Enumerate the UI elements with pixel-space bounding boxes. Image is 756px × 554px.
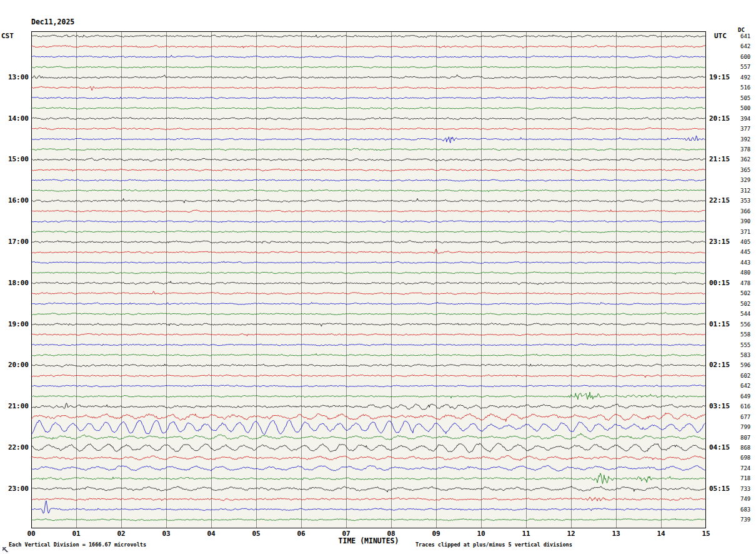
dc-value: 377 [740,126,750,132]
left-timezone-header: CST [1,32,14,40]
cst-hour-label: 20:00 [0,361,29,369]
dc-value: 492 [740,74,750,81]
dc-value: 478 [740,280,750,286]
dc-value: 868 [740,445,750,451]
dc-value: 596 [740,362,750,368]
dc-value: 799 [740,424,750,430]
dc-value: 556 [740,321,750,328]
dc-value: 392 [740,136,750,143]
utc-hour-label: 01:15 [709,320,730,328]
dc-value: 329 [740,177,750,183]
dc-value: 516 [740,84,750,91]
dc-value: 505 [740,95,750,101]
cst-hour-label: 19:00 [0,320,29,328]
dc-value: 500 [740,105,750,111]
cst-hour-label: 13:00 [0,73,29,81]
utc-hour-label: 22:15 [709,196,730,204]
footer-scale-note: Each Vertical Division = 1666.67 microvo… [9,541,146,548]
dc-value: 749 [740,496,750,502]
dc-value: 366 [740,208,750,214]
utc-hour-label: 03:15 [709,402,730,410]
utc-hour-label: 05:15 [709,485,730,493]
dc-value: 378 [740,146,750,153]
dc-value: 557 [740,64,750,70]
dc-value: 683 [740,506,750,513]
dc-value: 362 [740,156,750,163]
cst-hour-label: 15:00 [0,155,29,163]
dc-value: 502 [740,290,750,296]
cst-hour-label: 18:00 [0,279,29,287]
cst-hour-label: 22:00 [0,443,29,451]
cst-hour-label: 14:00 [0,114,29,123]
cst-hour-label: 23:00 [0,485,29,493]
utc-hour-label: 02:15 [709,361,730,369]
dc-value: 353 [740,198,750,204]
dc-value: 602 [740,373,750,379]
dc-value: 443 [740,259,750,266]
corner-mark [2,547,8,552]
dc-value: 480 [740,269,750,276]
cst-hour-label: 17:00 [0,238,29,246]
dc-value: 312 [740,188,750,194]
dc-value: 558 [740,331,750,338]
dc-value: 502 [740,301,750,307]
dc-value: 641 [740,33,750,39]
dc-column-header: DC [738,27,745,33]
dc-value: 724 [740,465,750,471]
dc-value: 544 [740,311,750,317]
footer-clip-note: Traces clipped at plus/minus 5 vertical … [415,541,572,548]
dc-value: 698 [740,455,750,461]
dc-value: 807 [740,435,750,441]
dc-value: 739 [740,516,750,523]
dc-value: 600 [740,54,750,60]
dc-value: 405 [740,239,750,245]
cst-hour-label: 21:00 [0,402,29,410]
title-date: Dec11,2025 [31,18,131,26]
dc-value: 677 [740,414,750,420]
utc-hour-label: 19:15 [709,73,730,81]
utc-hour-label: 23:15 [709,238,730,246]
dc-value: 394 [740,116,750,122]
dc-value: 445 [740,249,750,255]
utc-hour-label: 20:15 [709,114,730,123]
dc-value: 371 [740,229,750,235]
dc-value: 616 [740,403,750,410]
dc-value: 555 [740,342,750,348]
dc-value: 642 [740,43,750,49]
dc-value: 733 [740,486,750,492]
seismogram-canvas [31,31,706,528]
right-timezone-header: UTC [714,32,727,40]
utc-hour-label: 00:15 [709,279,730,287]
utc-hour-label: 04:15 [709,443,730,451]
dc-value: 390 [740,218,750,224]
dc-value: 365 [740,167,750,173]
cst-hour-label: 16:00 [0,196,29,204]
utc-hour-label: 21:15 [709,155,730,163]
dc-value: 649 [740,393,750,400]
dc-value: 718 [740,475,750,481]
dc-value: 642 [740,383,750,389]
dc-value: 583 [740,352,750,358]
